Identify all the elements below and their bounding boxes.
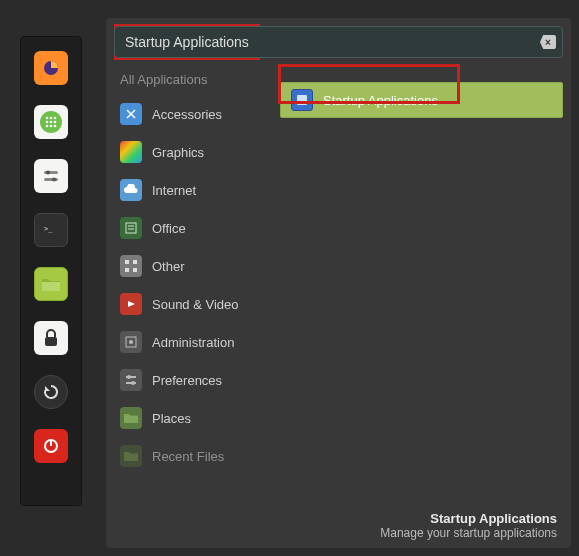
svg-point-31	[131, 381, 135, 385]
svg-point-5	[50, 121, 53, 124]
category-label: Accessories	[152, 107, 222, 122]
administration-icon	[120, 331, 142, 353]
search-input[interactable]	[125, 34, 532, 50]
svg-rect-24	[125, 268, 129, 272]
startup-apps-icon	[291, 89, 313, 111]
application-menu: × All Applications Accessories Graphics	[106, 18, 571, 548]
accessories-icon	[120, 103, 142, 125]
svg-rect-23	[133, 260, 137, 264]
category-places[interactable]: Places	[114, 401, 270, 435]
category-label: Recent Files	[152, 449, 224, 464]
recent-files-icon	[120, 445, 142, 467]
category-label: All Applications	[120, 72, 207, 87]
svg-point-1	[46, 117, 49, 120]
app-title: Startup Applications	[380, 511, 557, 526]
category-label: Preferences	[152, 373, 222, 388]
svg-point-8	[50, 125, 53, 128]
svg-point-7	[46, 125, 49, 128]
settings-icon[interactable]	[34, 159, 68, 193]
sound-video-icon	[120, 293, 142, 315]
result-label: Startup Applications	[323, 93, 438, 108]
category-label: Places	[152, 411, 191, 426]
category-preferences[interactable]: Preferences	[114, 363, 270, 397]
files-icon[interactable]	[34, 267, 68, 301]
svg-point-4	[46, 121, 49, 124]
svg-rect-16	[45, 337, 57, 346]
preferences-icon	[120, 369, 142, 391]
category-accessories[interactable]: Accessories	[114, 97, 270, 131]
terminal-icon[interactable]: >_	[34, 213, 68, 247]
category-label: Sound & Video	[152, 297, 239, 312]
svg-rect-19	[126, 223, 136, 233]
search-box[interactable]: ×	[114, 26, 563, 58]
firefox-icon[interactable]	[34, 51, 68, 85]
result-startup-applications[interactable]: Startup Applications	[280, 82, 563, 118]
category-internet[interactable]: Internet	[114, 173, 270, 207]
category-administration[interactable]: Administration	[114, 325, 270, 359]
svg-rect-22	[125, 260, 129, 264]
power-icon[interactable]	[34, 429, 68, 463]
svg-text:>_: >_	[44, 225, 53, 233]
app-subtitle: Manage your startup applications	[380, 526, 557, 540]
svg-point-6	[54, 121, 57, 124]
other-icon	[120, 255, 142, 277]
internet-icon	[120, 179, 142, 201]
category-other[interactable]: Other	[114, 249, 270, 283]
svg-point-30	[127, 375, 131, 379]
category-office[interactable]: Office	[114, 211, 270, 245]
svg-rect-15	[42, 282, 60, 291]
svg-point-27	[129, 340, 133, 344]
clear-search-icon[interactable]: ×	[540, 35, 556, 49]
places-icon	[120, 407, 142, 429]
svg-point-13	[52, 178, 56, 182]
svg-point-3	[54, 117, 57, 120]
category-sound-video[interactable]: Sound & Video	[114, 287, 270, 321]
app-description: Startup Applications Manage your startup…	[380, 511, 557, 540]
category-label: Office	[152, 221, 186, 236]
category-graphics[interactable]: Graphics	[114, 135, 270, 169]
svg-point-9	[54, 125, 57, 128]
launcher-dock: >_	[20, 36, 82, 506]
category-label: Internet	[152, 183, 196, 198]
graphics-icon	[120, 141, 142, 163]
category-label: Administration	[152, 335, 234, 350]
category-all-applications[interactable]: All Applications	[114, 66, 270, 93]
svg-rect-25	[133, 268, 137, 272]
apps-icon[interactable]	[34, 105, 68, 139]
svg-point-2	[50, 117, 53, 120]
results-list: Startup Applications	[280, 66, 563, 540]
lock-icon[interactable]	[34, 321, 68, 355]
update-icon[interactable]	[34, 375, 68, 409]
category-label: Graphics	[152, 145, 204, 160]
office-icon	[120, 217, 142, 239]
svg-point-12	[46, 171, 50, 175]
category-recent-files[interactable]: Recent Files	[114, 439, 270, 473]
category-label: Other	[152, 259, 185, 274]
category-list: All Applications Accessories Graphics	[114, 66, 270, 540]
